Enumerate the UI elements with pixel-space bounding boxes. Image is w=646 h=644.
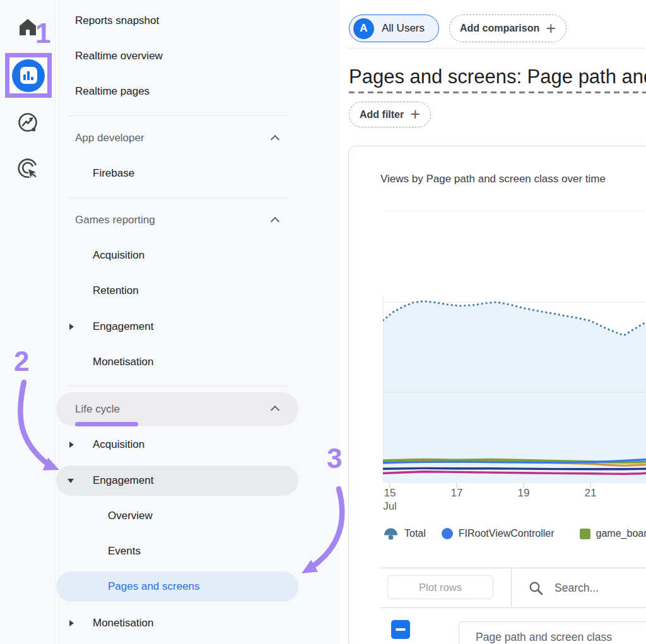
collapsed-arrow-icon bbox=[69, 620, 74, 626]
audience-chip-all-users[interactable]: A All Users bbox=[349, 15, 439, 42]
annotation-step-1: 1 bbox=[35, 18, 50, 49]
sidebar-divider bbox=[69, 197, 288, 198]
table-divider bbox=[380, 568, 646, 568]
sidebar-section-life-cycle[interactable]: Life cycle bbox=[56, 392, 298, 426]
indeterminate-minus-icon bbox=[396, 628, 406, 631]
page-title[interactable]: Pages and screens: Page path and screen … bbox=[349, 66, 646, 88]
sidebar-item-engagement-overview[interactable]: Overview bbox=[56, 501, 339, 531]
plus-icon: + bbox=[410, 106, 420, 123]
sidebar-item-reports-snapshot[interactable]: Reports snapshot bbox=[56, 6, 339, 36]
x-tick-label: 21 bbox=[580, 487, 601, 500]
chevron-up-icon bbox=[271, 217, 279, 226]
expanded-arrow-icon bbox=[68, 479, 74, 483]
select-all-checkbox-indeterminate[interactable] bbox=[391, 620, 410, 639]
chevron-up-icon bbox=[271, 406, 279, 414]
square-marker-icon bbox=[580, 529, 590, 539]
sidebar-item-engagement-events[interactable]: Events bbox=[56, 536, 339, 566]
annotation-step1-frame bbox=[5, 53, 52, 98]
audience-avatar: A bbox=[353, 18, 374, 39]
sidebar-divider bbox=[69, 386, 288, 387]
x-tick-label: 17 bbox=[446, 487, 467, 500]
legend-item-game-board: game_board bbox=[580, 528, 646, 539]
annotation-step-3: 3 bbox=[327, 443, 342, 474]
header-divider bbox=[347, 48, 646, 49]
sidebar-item-games-acquisition[interactable]: Acquisition bbox=[56, 240, 339, 271]
explore-icon[interactable] bbox=[0, 111, 56, 134]
plot-rows-button[interactable]: Plot rows bbox=[387, 575, 493, 599]
page-title-dashed-underline bbox=[349, 91, 646, 93]
add-comparison-button[interactable]: Add comparison + bbox=[449, 15, 567, 42]
bar-chart-glyph bbox=[20, 67, 37, 84]
plus-icon: + bbox=[546, 20, 556, 37]
sidebar-section-app-developer[interactable]: App developer bbox=[56, 123, 339, 153]
circle-marker-icon bbox=[442, 528, 453, 539]
chart-legend: Total FIRootViewController game_board bbox=[383, 525, 646, 542]
sidebar-item-lifecycle-acquisition[interactable]: Acquisition bbox=[56, 430, 339, 460]
add-filter-button[interactable]: Add filter + bbox=[349, 102, 431, 127]
chart-svg bbox=[383, 271, 646, 491]
sidebar-item-games-retention[interactable]: Retention bbox=[56, 276, 339, 306]
chart-title: Views by Page path and screen class over… bbox=[380, 173, 646, 185]
x-axis-month-label: Jul bbox=[379, 500, 401, 513]
sidebar-item-realtime-overview[interactable]: Realtime overview bbox=[56, 41, 339, 71]
sidebar-item-lifecycle-engagement[interactable]: Engagement bbox=[56, 465, 298, 496]
reports-sidebar: Reports snapshot Realtime overview Realt… bbox=[56, 0, 339, 644]
sidebar-item-realtime-pages[interactable]: Realtime pages bbox=[56, 76, 339, 107]
search-placeholder: Search... bbox=[555, 582, 599, 595]
table-search[interactable]: Search... bbox=[529, 578, 646, 598]
legend-item-firootviewcontroller: FIRootViewController bbox=[442, 528, 555, 539]
collapsed-arrow-icon bbox=[69, 442, 74, 448]
search-icon bbox=[529, 581, 543, 595]
reports-icon[interactable] bbox=[12, 59, 45, 92]
advertising-icon[interactable] bbox=[0, 156, 56, 180]
table-divider bbox=[380, 607, 646, 608]
sidebar-divider bbox=[69, 115, 288, 116]
x-tick-label: 15 bbox=[379, 487, 401, 500]
legend-item-total: Total bbox=[383, 527, 426, 541]
sidebar-item-lifecycle-monetisation[interactable]: Monetisation bbox=[56, 608, 339, 638]
annotation-step-2: 2 bbox=[14, 346, 29, 377]
column-header-page-path[interactable]: Page path and screen class bbox=[459, 621, 646, 644]
x-axis-labels: 15171921Jul bbox=[383, 487, 646, 516]
collapsed-arrow-icon bbox=[69, 324, 74, 330]
chevron-up-icon bbox=[271, 135, 279, 144]
sidebar-item-games-engagement[interactable]: Engagement bbox=[56, 312, 339, 342]
x-tick-label: 19 bbox=[513, 487, 534, 500]
sidebar-item-firebase[interactable]: Firebase bbox=[56, 158, 339, 189]
card-divider bbox=[385, 211, 646, 211]
sidebar-item-pages-and-screens[interactable]: Pages and screens bbox=[56, 571, 298, 602]
toolbar-divider bbox=[511, 568, 512, 607]
total-legend-icon bbox=[383, 527, 399, 541]
annotation-underline bbox=[75, 422, 138, 426]
sidebar-section-games-reporting[interactable]: Games reporting bbox=[56, 205, 339, 235]
sidebar-item-games-monetisation[interactable]: Monetisation bbox=[56, 347, 339, 377]
